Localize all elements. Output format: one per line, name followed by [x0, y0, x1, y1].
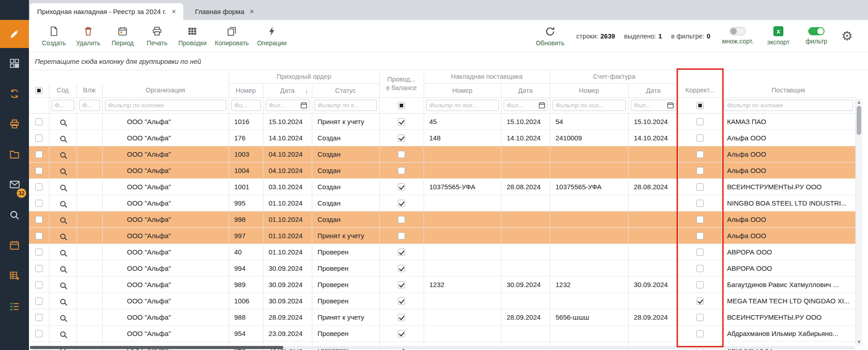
sidebar-item-edit[interactable] [0, 20, 29, 48]
correction-checkbox[interactable] [696, 265, 704, 272]
correction-checkbox[interactable] [696, 314, 704, 321]
column-header-org[interactable]: Организация [102, 83, 229, 97]
vertical-scroll-thumb[interactable] [857, 106, 861, 135]
tab-register-2024[interactable]: Приходная накладная - Реестр за 2024 г. … [30, 3, 183, 20]
multisort-toggle[interactable]: множ.сорт. [722, 27, 753, 45]
row-select-checkbox[interactable] [35, 232, 43, 240]
magnifier-icon[interactable] [60, 217, 66, 223]
group-header-np[interactable]: Накладная поставщика [424, 70, 550, 83]
group-header-po[interactable]: Приходный ордер [229, 70, 379, 83]
refresh-button[interactable]: Обновить [536, 25, 564, 47]
correction-checkbox[interactable] [696, 281, 704, 288]
filter-vlz-input[interactable] [79, 100, 100, 111]
magnifier-icon[interactable] [60, 331, 66, 337]
settings-gear-icon[interactable]: ⚙ [841, 30, 853, 43]
column-header-supplier[interactable]: Поставщик [721, 83, 855, 97]
row-select-checkbox[interactable] [35, 265, 43, 272]
magnifier-icon[interactable] [60, 283, 66, 288]
column-header-correction[interactable]: Коррект... [678, 83, 721, 97]
correction-checkbox[interactable] [696, 297, 704, 305]
correction-checkbox[interactable] [696, 200, 704, 207]
table-row[interactable]: ООО "Альфа"100304.10.2024СозданАльфа ООО [29, 146, 855, 162]
column-header-sf-date[interactable]: Дата [628, 83, 678, 97]
filter-sod-input[interactable] [52, 100, 74, 111]
table-row[interactable]: ООО "Альфа"99501.10.2024СозданNINGBO BOA… [29, 195, 855, 211]
magnifier-icon[interactable] [60, 315, 66, 321]
correction-checkbox[interactable] [696, 232, 704, 240]
balance-checkbox[interactable] [398, 167, 405, 174]
column-header-status[interactable]: Статус [312, 83, 379, 97]
group-header-sf[interactable]: Счет-фактура [550, 70, 678, 83]
magnifier-icon[interactable] [60, 120, 66, 125]
magnifier-icon[interactable] [60, 136, 66, 141]
correction-checkbox[interactable] [696, 167, 704, 174]
correction-checkbox[interactable] [696, 118, 704, 125]
row-select-checkbox[interactable] [35, 216, 43, 223]
balance-checkbox[interactable] [398, 281, 405, 288]
magnifier-icon[interactable] [60, 299, 66, 304]
sidebar-item-mail[interactable]: 32 [0, 169, 29, 200]
toggle-off-icon[interactable] [730, 27, 746, 35]
row-select-checkbox[interactable] [35, 281, 43, 288]
row-select-checkbox[interactable] [35, 314, 43, 321]
row-select-checkbox[interactable] [35, 151, 43, 158]
balance-checkbox[interactable] [398, 151, 405, 158]
create-button[interactable]: Создать [41, 25, 67, 47]
toggle-on-icon[interactable] [808, 27, 825, 35]
calendar-picker-icon[interactable] [300, 101, 308, 110]
balance-checkbox[interactable] [398, 118, 405, 125]
filter-correction-checkbox[interactable] [696, 102, 704, 109]
column-header-po-date[interactable]: Дата ↓ [263, 83, 312, 97]
column-header-np-date[interactable]: Дата [501, 83, 550, 97]
balance-checkbox[interactable] [398, 297, 405, 305]
correction-checkbox[interactable] [696, 151, 704, 158]
correction-checkbox[interactable] [696, 249, 704, 256]
sidebar-item-checklist[interactable] [0, 291, 29, 321]
balance-checkbox[interactable] [398, 134, 405, 142]
balance-checkbox[interactable] [398, 249, 405, 256]
row-select-checkbox[interactable] [35, 297, 43, 305]
table-row[interactable]: ООО "Альфа"98828.09.2024Принят к учету28… [29, 309, 855, 325]
filter-po-number-input[interactable] [231, 100, 261, 111]
row-select-checkbox[interactable] [35, 134, 43, 142]
scroll-up-icon[interactable]: ▲ [856, 100, 862, 104]
sidebar-item-table-add[interactable] [0, 260, 29, 291]
calendar-picker-icon[interactable] [538, 101, 546, 110]
magnifier-icon[interactable] [60, 266, 66, 272]
magnifier-icon[interactable] [60, 234, 66, 239]
balance-checkbox[interactable] [398, 183, 405, 191]
row-select-checkbox[interactable] [35, 118, 43, 125]
close-icon[interactable]: × [250, 8, 254, 15]
table-row[interactable]: ООО "Альфа"100103.10.2024Создан10375565-… [29, 178, 855, 195]
filter-toggle[interactable]: фильтр [803, 27, 830, 45]
correction-checkbox[interactable] [696, 330, 704, 337]
balance-checkbox[interactable] [398, 265, 405, 272]
tab-main-form[interactable]: Главная форма × [188, 3, 261, 20]
sidebar-item-search[interactable] [0, 200, 29, 230]
balance-checkbox[interactable] [398, 216, 405, 223]
balance-checkbox[interactable] [398, 314, 405, 321]
correction-checkbox[interactable] [696, 134, 704, 142]
correction-checkbox[interactable] [696, 183, 704, 191]
column-header-sf-number[interactable]: Номер [550, 83, 628, 97]
scroll-down-icon[interactable]: ▼ [856, 340, 862, 344]
filter-supplier-input[interactable] [724, 100, 853, 111]
sidebar-item-print[interactable] [0, 109, 29, 139]
column-header-sod[interactable]: Сод [49, 83, 76, 97]
copy-button[interactable]: Копировать [215, 25, 249, 47]
group-drop-zone[interactable]: Перетащите сюда колонку для группировки … [29, 53, 868, 70]
period-button[interactable]: Период [110, 25, 136, 47]
magnifier-icon[interactable] [60, 152, 66, 158]
sidebar-item-grid[interactable] [0, 48, 29, 78]
column-header-po-number[interactable]: Номер [229, 83, 263, 97]
horizontal-scroll-thumb[interactable] [30, 346, 283, 349]
postings-button[interactable]: Проводки [178, 25, 207, 47]
balance-checkbox[interactable] [398, 232, 405, 240]
table-row[interactable]: ООО "Альфа"101615.10.2024Принят к учету4… [29, 113, 855, 129]
sidebar-item-calendar[interactable] [0, 230, 29, 260]
column-header-vlz[interactable]: Влж [76, 83, 102, 97]
table-row[interactable]: ООО "Альфа"100404.10.2024СозданАльфа ООО [29, 162, 855, 178]
table-row[interactable]: ООО "Альфа"17614.10.2024Создан14814.10.2… [29, 129, 855, 146]
balance-checkbox[interactable] [398, 330, 405, 337]
magnifier-icon[interactable] [60, 201, 66, 206]
